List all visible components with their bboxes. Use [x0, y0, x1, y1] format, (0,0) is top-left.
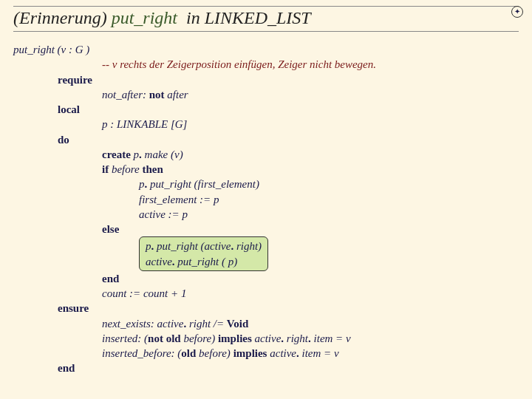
then-3: active := p: [139, 207, 519, 222]
create-p: p: [134, 149, 140, 160]
kw-ensure: ensure: [58, 302, 89, 314]
sig-name: put_right: [13, 44, 55, 55]
en2-active: active: [255, 332, 282, 344]
kw-else: else: [102, 223, 119, 235]
then-2: first_element := p: [139, 192, 519, 207]
comment-line: -- v rechts der Zeigerposition einfügen,…: [102, 57, 519, 72]
kw-old1: old: [166, 332, 181, 344]
highlight-box: p. put_right (active. right) active. put…: [139, 236, 519, 271]
require-clause: not_after: not after: [102, 87, 519, 102]
ensure-2: inserted: (not old before) implies activ…: [102, 331, 519, 346]
title-method: put_right: [112, 8, 177, 27]
hi-call1: put_right (active: [157, 240, 231, 252]
then-call: put_right (first_element): [150, 178, 259, 190]
kw-implies2: implies: [233, 347, 267, 359]
title-mid: in: [186, 8, 200, 27]
en2-item: item = v: [314, 332, 351, 344]
create-make: make (v): [145, 149, 183, 160]
req-tag: not_after:: [102, 89, 146, 100]
en1-right: right /=: [189, 318, 224, 330]
slide-title: (Erinnerung) put_right in LINKED_LIST: [13, 6, 519, 32]
en1-active: active: [157, 318, 184, 330]
en3-before: before): [199, 347, 231, 359]
en2-before: before): [183, 332, 215, 344]
en3-active: active: [270, 347, 296, 359]
kw-old2: old: [181, 347, 196, 359]
req-after: after: [167, 89, 188, 100]
kw-not: not: [149, 89, 165, 100]
kw-implies1: implies: [218, 332, 252, 344]
en1-tag: next_exists:: [102, 318, 154, 330]
kw-then: then: [142, 163, 163, 175]
hi-p: p: [146, 240, 151, 252]
logo-badge: ✦: [511, 6, 523, 18]
kw-require: require: [58, 74, 92, 86]
hi-call2: put_right ( p): [177, 256, 237, 267]
kw-local: local: [58, 103, 80, 115]
then-1: p. put_right (first_element): [139, 177, 519, 191]
count-line: count := count + 1: [102, 286, 519, 301]
kw-not2: not: [148, 332, 163, 344]
kw-create: create: [102, 149, 131, 160]
local-decl: p : LINKABLE [G]: [102, 117, 519, 132]
sig-type: G ): [75, 44, 90, 55]
if-cond: before: [112, 163, 140, 175]
kw-if: if: [102, 163, 109, 175]
then-p: p: [139, 178, 145, 190]
kw-end2: end: [58, 362, 75, 374]
ensure-3: inserted_before: (old before) implies ac…: [102, 346, 519, 361]
ensure-1: next_exists: active. right /= Void: [102, 316, 519, 331]
en3-item: item = v: [302, 347, 339, 359]
if-line: if before then: [102, 162, 519, 177]
en2-right: right: [287, 332, 308, 344]
kw-void: Void: [227, 318, 248, 330]
title-prefix: (Erinnerung): [13, 8, 107, 27]
hi-right: right): [236, 240, 262, 252]
hi-active: active: [146, 256, 172, 267]
create-line: create p. make (v): [102, 147, 519, 162]
signature-line: put_right (v : G ): [13, 42, 519, 57]
kw-end1: end: [102, 273, 119, 284]
sig-colon: :: [69, 44, 72, 55]
en3-tag: inserted_before: (: [102, 347, 181, 359]
title-class: LINKED_LIST: [205, 8, 311, 27]
title-container: (Erinnerung) put_right in LINKED_LIST: [0, 0, 532, 35]
kw-do: do: [58, 134, 69, 146]
sig-arg: v: [61, 44, 66, 55]
en2-tag: inserted: (: [102, 332, 148, 344]
code-block: put_right (v : G ) -- v rechts der Zeige…: [0, 35, 532, 383]
